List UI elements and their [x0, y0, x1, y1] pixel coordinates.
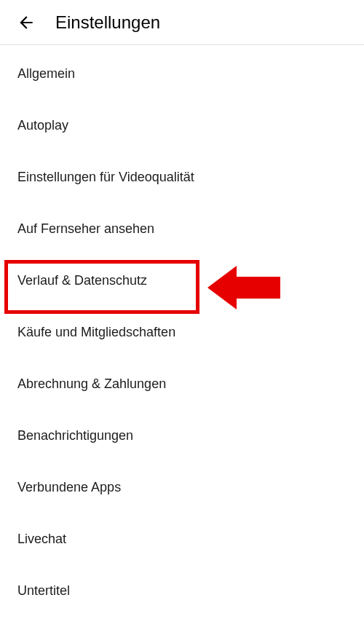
- settings-item-video-quality[interactable]: Einstellungen für Videoqualität: [0, 151, 364, 203]
- settings-list: Allgemein Autoplay Einstellungen für Vid…: [0, 45, 364, 617]
- settings-item-label: Verlauf & Datenschutz: [17, 273, 147, 288]
- settings-item-tv[interactable]: Auf Fernseher ansehen: [0, 203, 364, 255]
- back-arrow-icon: [17, 13, 36, 32]
- settings-item-label: Benachrichtigungen: [17, 428, 133, 443]
- header: Einstellungen: [0, 0, 364, 45]
- settings-item-notifications[interactable]: Benachrichtigungen: [0, 410, 364, 462]
- settings-item-label: Abrechnung & Zahlungen: [17, 376, 166, 391]
- settings-item-label: Untertitel: [17, 583, 70, 598]
- back-button[interactable]: [12, 8, 41, 37]
- settings-item-label: Käufe und Mitgliedschaften: [17, 325, 175, 339]
- settings-item-label: Einstellungen für Videoqualität: [17, 170, 194, 184]
- settings-item-subtitles[interactable]: Untertitel: [0, 565, 364, 617]
- settings-item-label: Auf Fernseher ansehen: [17, 221, 154, 236]
- settings-item-label: Verbundene Apps: [17, 480, 121, 494]
- page-title: Einstellungen: [55, 12, 160, 33]
- settings-item-autoplay[interactable]: Autoplay: [0, 100, 364, 151]
- settings-item-connected-apps[interactable]: Verbundene Apps: [0, 462, 364, 513]
- settings-item-label: Autoplay: [17, 118, 68, 133]
- settings-item-billing[interactable]: Abrechnung & Zahlungen: [0, 358, 364, 410]
- settings-item-general[interactable]: Allgemein: [0, 48, 364, 100]
- settings-item-purchases[interactable]: Käufe und Mitgliedschaften: [0, 307, 364, 358]
- settings-item-livechat[interactable]: Livechat: [0, 513, 364, 565]
- settings-item-label: Livechat: [17, 532, 66, 546]
- settings-item-label: Allgemein: [17, 66, 75, 81]
- settings-item-history-privacy[interactable]: Verlauf & Datenschutz: [0, 255, 364, 307]
